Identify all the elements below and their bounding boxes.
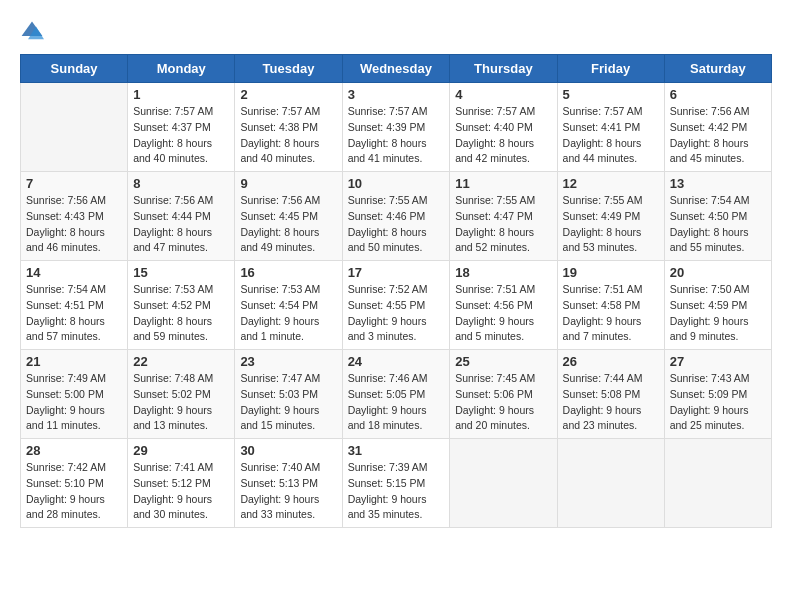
sunrise-text: Sunrise: 7:55 AM xyxy=(348,194,428,206)
daylight-text: Daylight: 8 hours and 55 minutes. xyxy=(670,226,749,254)
sunset-text: Sunset: 4:50 PM xyxy=(670,210,748,222)
day-info: Sunrise: 7:39 AM Sunset: 5:15 PM Dayligh… xyxy=(348,460,445,523)
sunset-text: Sunset: 5:13 PM xyxy=(240,477,318,489)
sunrise-text: Sunrise: 7:57 AM xyxy=(563,105,643,117)
calendar-week-4: 21 Sunrise: 7:49 AM Sunset: 5:00 PM Dayl… xyxy=(21,350,772,439)
day-info: Sunrise: 7:51 AM Sunset: 4:58 PM Dayligh… xyxy=(563,282,659,345)
calendar-cell: 18 Sunrise: 7:51 AM Sunset: 4:56 PM Dayl… xyxy=(450,261,557,350)
sunrise-text: Sunrise: 7:39 AM xyxy=(348,461,428,473)
calendar-cell: 17 Sunrise: 7:52 AM Sunset: 4:55 PM Dayl… xyxy=(342,261,450,350)
day-number: 31 xyxy=(348,443,445,458)
sunset-text: Sunset: 4:41 PM xyxy=(563,121,641,133)
calendar-cell xyxy=(557,439,664,528)
sunrise-text: Sunrise: 7:48 AM xyxy=(133,372,213,384)
day-number: 3 xyxy=(348,87,445,102)
daylight-text: Daylight: 9 hours and 9 minutes. xyxy=(670,315,749,343)
calendar-header-row: SundayMondayTuesdayWednesdayThursdayFrid… xyxy=(21,55,772,83)
calendar-cell: 7 Sunrise: 7:56 AM Sunset: 4:43 PM Dayli… xyxy=(21,172,128,261)
logo-icon xyxy=(20,20,44,44)
calendar-cell: 14 Sunrise: 7:54 AM Sunset: 4:51 PM Dayl… xyxy=(21,261,128,350)
calendar-cell: 12 Sunrise: 7:55 AM Sunset: 4:49 PM Dayl… xyxy=(557,172,664,261)
calendar-cell xyxy=(664,439,771,528)
daylight-text: Daylight: 9 hours and 7 minutes. xyxy=(563,315,642,343)
sunset-text: Sunset: 4:49 PM xyxy=(563,210,641,222)
day-info: Sunrise: 7:57 AM Sunset: 4:38 PM Dayligh… xyxy=(240,104,336,167)
day-number: 24 xyxy=(348,354,445,369)
sunrise-text: Sunrise: 7:56 AM xyxy=(670,105,750,117)
calendar-cell: 23 Sunrise: 7:47 AM Sunset: 5:03 PM Dayl… xyxy=(235,350,342,439)
daylight-text: Daylight: 8 hours and 47 minutes. xyxy=(133,226,212,254)
calendar-cell: 16 Sunrise: 7:53 AM Sunset: 4:54 PM Dayl… xyxy=(235,261,342,350)
day-number: 16 xyxy=(240,265,336,280)
sunrise-text: Sunrise: 7:41 AM xyxy=(133,461,213,473)
day-info: Sunrise: 7:57 AM Sunset: 4:41 PM Dayligh… xyxy=(563,104,659,167)
day-header-monday: Monday xyxy=(128,55,235,83)
day-info: Sunrise: 7:56 AM Sunset: 4:43 PM Dayligh… xyxy=(26,193,122,256)
sunrise-text: Sunrise: 7:45 AM xyxy=(455,372,535,384)
sunrise-text: Sunrise: 7:52 AM xyxy=(348,283,428,295)
sunset-text: Sunset: 4:59 PM xyxy=(670,299,748,311)
sunset-text: Sunset: 5:10 PM xyxy=(26,477,104,489)
daylight-text: Daylight: 9 hours and 13 minutes. xyxy=(133,404,212,432)
day-number: 23 xyxy=(240,354,336,369)
calendar-cell: 11 Sunrise: 7:55 AM Sunset: 4:47 PM Dayl… xyxy=(450,172,557,261)
sunrise-text: Sunrise: 7:51 AM xyxy=(563,283,643,295)
day-info: Sunrise: 7:56 AM Sunset: 4:45 PM Dayligh… xyxy=(240,193,336,256)
calendar-cell: 20 Sunrise: 7:50 AM Sunset: 4:59 PM Dayl… xyxy=(664,261,771,350)
calendar-week-5: 28 Sunrise: 7:42 AM Sunset: 5:10 PM Dayl… xyxy=(21,439,772,528)
calendar-cell: 28 Sunrise: 7:42 AM Sunset: 5:10 PM Dayl… xyxy=(21,439,128,528)
sunrise-text: Sunrise: 7:54 AM xyxy=(26,283,106,295)
day-number: 25 xyxy=(455,354,551,369)
day-info: Sunrise: 7:53 AM Sunset: 4:54 PM Dayligh… xyxy=(240,282,336,345)
sunset-text: Sunset: 4:58 PM xyxy=(563,299,641,311)
daylight-text: Daylight: 8 hours and 40 minutes. xyxy=(240,137,319,165)
day-number: 12 xyxy=(563,176,659,191)
daylight-text: Daylight: 9 hours and 30 minutes. xyxy=(133,493,212,521)
calendar-cell: 6 Sunrise: 7:56 AM Sunset: 4:42 PM Dayli… xyxy=(664,83,771,172)
day-number: 9 xyxy=(240,176,336,191)
sunrise-text: Sunrise: 7:56 AM xyxy=(26,194,106,206)
daylight-text: Daylight: 8 hours and 49 minutes. xyxy=(240,226,319,254)
sunset-text: Sunset: 5:05 PM xyxy=(348,388,426,400)
sunset-text: Sunset: 4:51 PM xyxy=(26,299,104,311)
daylight-text: Daylight: 8 hours and 53 minutes. xyxy=(563,226,642,254)
sunrise-text: Sunrise: 7:54 AM xyxy=(670,194,750,206)
sunrise-text: Sunrise: 7:51 AM xyxy=(455,283,535,295)
day-info: Sunrise: 7:54 AM Sunset: 4:50 PM Dayligh… xyxy=(670,193,766,256)
day-number: 28 xyxy=(26,443,122,458)
sunrise-text: Sunrise: 7:46 AM xyxy=(348,372,428,384)
day-number: 29 xyxy=(133,443,229,458)
calendar-cell: 25 Sunrise: 7:45 AM Sunset: 5:06 PM Dayl… xyxy=(450,350,557,439)
calendar-cell: 8 Sunrise: 7:56 AM Sunset: 4:44 PM Dayli… xyxy=(128,172,235,261)
daylight-text: Daylight: 9 hours and 15 minutes. xyxy=(240,404,319,432)
sunset-text: Sunset: 5:06 PM xyxy=(455,388,533,400)
day-header-friday: Friday xyxy=(557,55,664,83)
sunrise-text: Sunrise: 7:50 AM xyxy=(670,283,750,295)
calendar-week-3: 14 Sunrise: 7:54 AM Sunset: 4:51 PM Dayl… xyxy=(21,261,772,350)
sunset-text: Sunset: 5:12 PM xyxy=(133,477,211,489)
logo xyxy=(20,20,48,44)
daylight-text: Daylight: 8 hours and 42 minutes. xyxy=(455,137,534,165)
day-info: Sunrise: 7:46 AM Sunset: 5:05 PM Dayligh… xyxy=(348,371,445,434)
day-number: 21 xyxy=(26,354,122,369)
daylight-text: Daylight: 9 hours and 25 minutes. xyxy=(670,404,749,432)
sunset-text: Sunset: 5:08 PM xyxy=(563,388,641,400)
sunset-text: Sunset: 5:09 PM xyxy=(670,388,748,400)
day-number: 1 xyxy=(133,87,229,102)
sunset-text: Sunset: 4:42 PM xyxy=(670,121,748,133)
sunset-text: Sunset: 4:37 PM xyxy=(133,121,211,133)
sunset-text: Sunset: 4:54 PM xyxy=(240,299,318,311)
calendar-cell: 3 Sunrise: 7:57 AM Sunset: 4:39 PM Dayli… xyxy=(342,83,450,172)
day-number: 7 xyxy=(26,176,122,191)
day-number: 22 xyxy=(133,354,229,369)
daylight-text: Daylight: 8 hours and 45 minutes. xyxy=(670,137,749,165)
day-info: Sunrise: 7:52 AM Sunset: 4:55 PM Dayligh… xyxy=(348,282,445,345)
day-number: 19 xyxy=(563,265,659,280)
sunrise-text: Sunrise: 7:56 AM xyxy=(133,194,213,206)
day-number: 4 xyxy=(455,87,551,102)
daylight-text: Daylight: 9 hours and 3 minutes. xyxy=(348,315,427,343)
daylight-text: Daylight: 8 hours and 41 minutes. xyxy=(348,137,427,165)
daylight-text: Daylight: 8 hours and 46 minutes. xyxy=(26,226,105,254)
sunset-text: Sunset: 4:40 PM xyxy=(455,121,533,133)
daylight-text: Daylight: 8 hours and 40 minutes. xyxy=(133,137,212,165)
